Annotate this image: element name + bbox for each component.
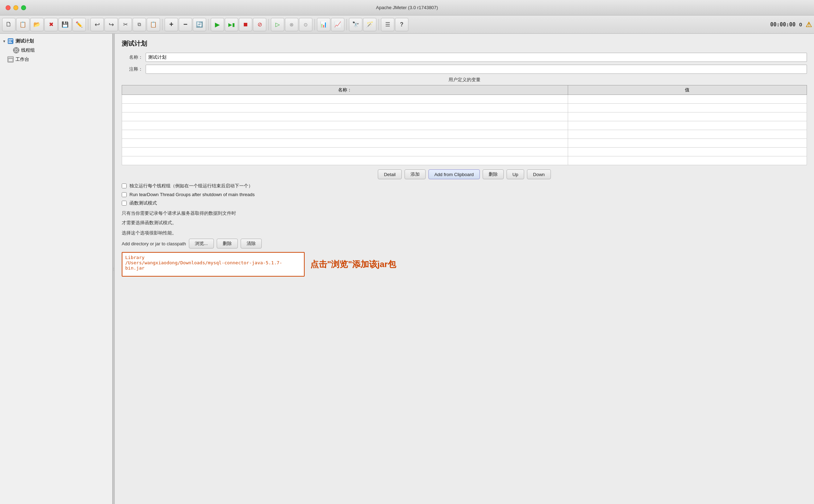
list-icon: ☰ — [385, 21, 390, 28]
results-icon: 📊 — [320, 21, 327, 28]
sidebar: ▼ 测试计划 — [0, 34, 113, 504]
sidebar-item-workbench[interactable]: 工作台 — [0, 55, 112, 64]
title-bar: Apache JMeter (3.0 r1743807) — [0, 0, 814, 15]
sidebar-item-thread-group[interactable]: 线程组 — [0, 46, 112, 55]
sidebar-item-test-plan[interactable]: ▼ 测试计划 — [0, 37, 112, 46]
add-toolbar-button[interactable]: + — [165, 18, 178, 31]
binoculars-icon: 🔭 — [352, 21, 359, 28]
remote-stop-button[interactable]: ⊗ — [285, 18, 298, 31]
table-row — [122, 95, 807, 104]
toolbar: 🗋 📋 📂 ✖ 💾 ✏️ ↩ ↪ ✂ ⧉ 📋 + − 🔄 ▶ — [0, 15, 814, 34]
sep1 — [88, 19, 88, 30]
maximize-button[interactable] — [21, 5, 26, 10]
comment-label: 注释： — [122, 66, 143, 72]
functional-mode-checkbox[interactable] — [122, 201, 127, 206]
up-button[interactable]: Up — [507, 169, 524, 179]
clear-icon: 🔄 — [196, 21, 203, 28]
remote-stop-icon: ⊗ — [290, 22, 294, 27]
run-teardown-label: Run tearDown Thread Groups after shutdow… — [129, 192, 255, 197]
clear-toolbar-button[interactable]: 🔄 — [193, 18, 206, 31]
workbench-icon — [7, 56, 14, 63]
comment-row: 注释： — [122, 65, 807, 74]
remove-icon: − — [183, 20, 187, 28]
saveas-icon: ✏️ — [76, 21, 83, 28]
main-layout: ▼ 测试计划 — [0, 34, 814, 504]
desc-line3: 选择这个选项很影响性能。 — [122, 230, 807, 237]
undo-button[interactable]: ↩ — [90, 18, 104, 31]
table-row — [122, 148, 807, 156]
name-input[interactable] — [146, 53, 807, 62]
cut-icon: ✂ — [123, 21, 128, 28]
open-button[interactable]: 📂 — [30, 18, 44, 31]
start-nopause-icon: ▶▮ — [228, 22, 235, 27]
workbench-label: 工作台 — [15, 56, 29, 63]
close-button[interactable] — [6, 5, 11, 10]
start-button[interactable]: ▶ — [211, 18, 224, 31]
remote-stop-all-button[interactable]: ⊙ — [299, 18, 312, 31]
functional-mode-label: 函数测试模式 — [129, 200, 157, 206]
add-var-button[interactable]: 添加 — [405, 169, 426, 179]
expand-icon[interactable]: ▼ — [1, 38, 7, 44]
copy-button[interactable]: ⧉ — [133, 18, 146, 31]
delete-classpath-button[interactable]: 删除 — [217, 239, 238, 248]
library-text-area: Library /Users/wangxiaodong/Downloads/my… — [122, 252, 305, 277]
checkbox-row-1: 独立运行每个线程组（例如在一个组运行结束后启动下一个） — [122, 183, 807, 189]
remove-toolbar-button[interactable]: − — [179, 18, 192, 31]
detail-button[interactable]: Detail — [378, 169, 401, 179]
svg-rect-1 — [8, 39, 13, 40]
new-icon: 🗋 — [6, 21, 12, 28]
table-row — [122, 139, 807, 148]
cut-button[interactable]: ✂ — [119, 18, 132, 31]
undo-icon: ↩ — [95, 21, 100, 28]
table-row — [122, 104, 807, 112]
close-file-button[interactable]: ✖ — [44, 18, 58, 31]
add-icon: + — [169, 20, 173, 28]
test-plan-icon — [7, 38, 14, 45]
run-teardown-checkbox[interactable] — [122, 192, 127, 197]
table-row — [122, 112, 807, 121]
checkbox-row-2: Run tearDown Thread Groups after shutdow… — [122, 192, 807, 197]
desc-line2: 才需要选择函数测试模式。 — [122, 219, 807, 227]
library-container: Library /Users/wangxiaodong/Downloads/my… — [122, 252, 807, 277]
sep6 — [346, 19, 347, 30]
sep7 — [379, 19, 379, 30]
down-button[interactable]: Down — [527, 169, 551, 179]
toolbar-time-section: 00:00:00 0 ⚠ — [770, 20, 812, 29]
list-button[interactable]: ☰ — [381, 18, 394, 31]
delete-var-button[interactable]: 删除 — [483, 169, 504, 179]
new-button[interactable]: 🗋 — [2, 18, 15, 31]
minimize-button[interactable] — [13, 5, 18, 10]
help-button[interactable]: ? — [395, 18, 408, 31]
start-nopause-button[interactable]: ▶▮ — [225, 18, 238, 31]
table-row — [122, 130, 807, 139]
redo-button[interactable]: ↪ — [104, 18, 118, 31]
run-independent-checkbox[interactable] — [122, 183, 127, 188]
run-independent-label: 独立运行每个线程组（例如在一个组运行结束后启动下一个） — [129, 183, 253, 189]
binoculars-button[interactable]: 🔭 — [349, 18, 362, 31]
name-label: 名称： — [122, 54, 143, 60]
test-plan-label: 测试计划 — [15, 38, 34, 44]
clear-classpath-button[interactable]: 清除 — [241, 239, 262, 248]
copy-icon: ⧉ — [138, 21, 141, 27]
remote-start-button[interactable]: ▷ — [271, 18, 284, 31]
results-button[interactable]: 📊 — [317, 18, 330, 31]
name-row: 名称： — [122, 53, 807, 62]
stop-button[interactable]: ⏹ — [239, 18, 252, 31]
col-name-header: 名称： — [122, 85, 568, 95]
svg-rect-13 — [8, 59, 13, 62]
aggregate-button[interactable]: 📈 — [331, 18, 344, 31]
browse-button[interactable]: 浏览... — [189, 239, 214, 248]
library-line1: Library — [125, 255, 301, 260]
content-area: 测试计划 名称： 注释： 用户定义的变量 名称： 值 — [115, 34, 814, 504]
saveas-button[interactable]: ✏️ — [72, 18, 86, 31]
comment-input[interactable] — [146, 65, 807, 74]
save-button[interactable]: 💾 — [58, 18, 72, 31]
add-clipboard-button[interactable]: Add from Clipboard — [428, 169, 480, 179]
remote-start-icon: ▷ — [275, 21, 280, 28]
template-button[interactable]: 📋 — [16, 18, 30, 31]
help-icon: ? — [400, 21, 403, 28]
window-title: Apache JMeter (3.0 r1743807) — [376, 5, 438, 10]
shutdown-button[interactable]: ⊘ — [253, 18, 266, 31]
magic-button[interactable]: 🪄 — [363, 18, 376, 31]
paste-button[interactable]: 📋 — [147, 18, 160, 31]
